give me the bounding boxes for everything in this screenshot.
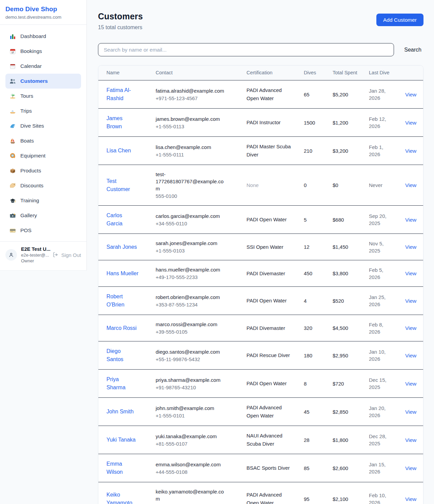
sidebar-item-gallery[interactable]: Gallery: [5, 208, 81, 223]
customer-name-link[interactable]: Yuki Tanaka: [106, 437, 136, 443]
avatar: [5, 249, 17, 261]
customer-email: priya.sharma@example.com: [156, 376, 225, 384]
view-link[interactable]: View: [405, 270, 416, 276]
sidebar-item-equipment[interactable]: Equipment: [5, 148, 81, 163]
customer-name-link[interactable]: Keiko Yamamoto: [106, 492, 132, 504]
table-row: James Brownjames.brown@example.com+1-555…: [98, 109, 423, 137]
view-link[interactable]: View: [405, 409, 416, 415]
customer-name-link[interactable]: Lisa Chen: [106, 148, 131, 153]
page-title: Customers: [98, 12, 143, 21]
customer-phone: +1-555-0111: [156, 151, 225, 158]
customer-certification: None: [246, 181, 293, 189]
view-link[interactable]: View: [405, 298, 416, 304]
customer-name-link[interactable]: Hans Mueller: [106, 270, 138, 276]
sidebar-item-label: POS: [20, 227, 32, 234]
view-link[interactable]: View: [405, 92, 416, 97]
sidebar-item-trips[interactable]: Trips: [5, 104, 81, 118]
sidebar-item-tours[interactable]: Tours: [5, 89, 81, 104]
customer-name-link[interactable]: Sarah Jones: [106, 244, 137, 250]
sidebar-item-label: Dive Sites: [20, 123, 44, 129]
view-link[interactable]: View: [405, 437, 416, 443]
customer-phone: +81-90-1234-5678: [156, 503, 225, 504]
customer-dives: 4: [304, 298, 307, 304]
table-row: Test Customertest-1772681807767@example.…: [98, 165, 423, 206]
view-link[interactable]: View: [405, 325, 416, 331]
column-header-last-dive: Last Dive: [361, 66, 397, 80]
tours-icon: [9, 93, 16, 99]
sidebar: Demo Dive Shop demo.test.divestreams.com…: [0, 0, 87, 270]
view-link[interactable]: View: [405, 120, 416, 126]
sidebar-user-section: E2E Test U... e2e-tester@... Owner Sign …: [0, 241, 86, 270]
view-link[interactable]: View: [405, 182, 416, 188]
customer-phone: +971-55-123-4567: [156, 95, 225, 102]
customer-email: test-1772681807767@example.com: [156, 171, 225, 192]
customer-email: robert.obrien@example.com: [156, 294, 225, 301]
customer-name-link[interactable]: Fatima Al-Rashid: [106, 87, 131, 101]
sidebar-item-customers[interactable]: Customers: [5, 74, 81, 89]
column-header-dives: Dives: [296, 66, 324, 80]
customer-dives: 8: [304, 381, 307, 387]
customer-certification: PADI Advanced Open Water: [246, 86, 293, 102]
view-link[interactable]: View: [405, 148, 416, 154]
sign-out-button[interactable]: Sign Out: [53, 252, 81, 258]
customer-name-link[interactable]: Emma Wilson: [106, 461, 123, 475]
customer-email: keiko.yamamoto@example.com: [156, 488, 225, 502]
table-row: John Smithjohn.smith@example.com+1-555-0…: [98, 398, 423, 426]
customer-email: fatima.alrashid@example.com: [156, 87, 225, 94]
view-link[interactable]: View: [405, 465, 416, 471]
training-icon: [9, 198, 16, 204]
discounts-icon: [9, 183, 16, 189]
customer-dives: 210: [304, 148, 312, 154]
table-body: Fatima Al-Rashidfatima.alrashid@example.…: [98, 80, 423, 504]
user-role: Owner: [21, 258, 48, 263]
search-button[interactable]: Search: [402, 45, 423, 54]
customer-phone: +1-555-0113: [156, 123, 225, 130]
customer-certification: PADI Master Scuba Diver: [246, 143, 293, 159]
column-header-certification: Certification: [238, 66, 296, 80]
customer-name-link[interactable]: James Brown: [106, 115, 122, 129]
user-email: e2e-tester@...: [21, 253, 48, 258]
sidebar-item-bookings[interactable]: 17Bookings: [5, 44, 81, 59]
sidebar-item-discounts[interactable]: Discounts: [5, 178, 81, 193]
customer-name-link[interactable]: John Smith: [106, 409, 134, 414]
customer-total-spent: $1,450: [333, 244, 348, 250]
sidebar-item-training[interactable]: Training: [5, 193, 81, 208]
customer-last-dive: Sep 20, 2025: [369, 213, 387, 226]
customer-total-spent: $3,800: [333, 270, 348, 276]
view-link[interactable]: View: [405, 217, 416, 223]
pos-icon: [9, 227, 16, 234]
sidebar-item-calendar[interactable]: Calendar: [5, 59, 81, 74]
customer-total-spent: $0: [333, 182, 338, 188]
customer-name-link[interactable]: Robert O'Brien: [106, 294, 124, 307]
customer-last-dive: Feb 1, 2026: [369, 144, 383, 157]
customer-certification: PADI Open Water: [246, 297, 293, 305]
sidebar-item-boats[interactable]: Boats: [5, 133, 81, 148]
customer-name-link[interactable]: Diego Santos: [106, 348, 123, 362]
sidebar-item-label: Dashboard: [20, 33, 46, 39]
customer-last-dive: Jan 10, 2026: [369, 349, 386, 362]
main-content: Customers 15 total customers Add Custome…: [87, 0, 434, 504]
customer-last-dive: Jan 28, 2026: [369, 88, 386, 101]
sidebar-item-products[interactable]: Products: [5, 163, 81, 178]
customer-name-link[interactable]: Priya Sharma: [106, 376, 125, 390]
customer-total-spent: $5,200: [333, 92, 348, 97]
customer-email: hans.mueller@example.com: [156, 266, 225, 273]
search-input[interactable]: [98, 43, 394, 56]
view-link[interactable]: View: [405, 244, 416, 250]
view-link[interactable]: View: [405, 381, 416, 387]
view-link[interactable]: View: [405, 353, 416, 358]
dive-sites-icon: [9, 123, 16, 129]
equipment-icon: [9, 153, 16, 159]
customer-name-link[interactable]: Marco Rossi: [106, 325, 137, 331]
view-link[interactable]: View: [405, 496, 416, 502]
customer-dives: 320: [304, 325, 312, 331]
sidebar-item-dashboard[interactable]: Dashboard: [5, 29, 81, 44]
customer-name-link[interactable]: Carlos Garcia: [106, 212, 122, 226]
add-customer-button[interactable]: Add Customer: [376, 14, 423, 26]
customer-name-link[interactable]: Test Customer: [106, 178, 130, 192]
shop-name: Demo Dive Shop: [5, 5, 81, 13]
sidebar-item-pos[interactable]: POS: [5, 223, 81, 238]
sidebar-item-dive-sites[interactable]: Dive Sites: [5, 118, 81, 133]
sidebar-item-label: Training: [20, 198, 39, 204]
customer-email: marco.rossi@example.com: [156, 321, 225, 328]
